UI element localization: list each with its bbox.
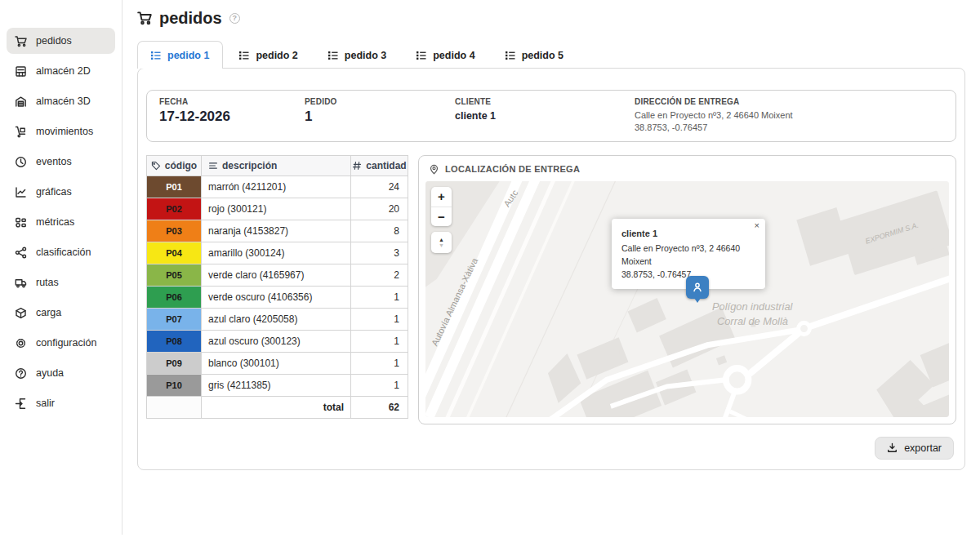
- dolly-icon: [15, 126, 27, 138]
- zoom-in-button[interactable]: +: [431, 187, 452, 207]
- package-icon: [15, 307, 27, 319]
- column-header: cantidad: [366, 160, 406, 171]
- sidebar-item-label: rutas: [36, 277, 59, 288]
- warehouse-3d-icon: [15, 96, 27, 108]
- basemap: Autovía Almansa-Xàtiva Autc Polígon indu…: [425, 181, 949, 417]
- products-table: código descripción cantidad P01marrón (4…: [146, 155, 408, 419]
- description-cell: azul claro (4205058): [202, 308, 351, 330]
- content-row: código descripción cantidad P01marrón (4…: [146, 155, 956, 424]
- map-viewport[interactable]: Autovía Almansa-Xàtiva Autc Polígon indu…: [425, 181, 949, 417]
- sidebar-item-label: eventos: [36, 156, 72, 167]
- tab-pedido-2[interactable]: pedido 2: [225, 41, 311, 69]
- cliente-value: cliente 1: [455, 110, 610, 122]
- table-row: P10gris (4211385)1: [147, 374, 408, 396]
- tilt-control-button[interactable]: ▲ ▼: [431, 232, 452, 253]
- share-icon: [15, 247, 27, 259]
- sidebar-item-label: configuración: [36, 337, 96, 349]
- export-label: exportar: [904, 442, 942, 454]
- sidebar-item-label: almacén 3D: [36, 96, 91, 107]
- sidebar-item-salir[interactable]: salir: [7, 390, 115, 416]
- table-row: P05verde claro (4165967)2: [147, 264, 408, 286]
- tilt-up-icon: ▲: [439, 237, 444, 242]
- total-label: total: [202, 396, 351, 418]
- cart-icon: [137, 11, 152, 25]
- total-value: 62: [351, 396, 408, 418]
- quantity-cell: 20: [351, 198, 408, 220]
- sidebar-item-label: pedidos: [36, 35, 72, 47]
- sidebar: pedidos almacén 2D almacén 3D movimiento…: [0, 0, 122, 535]
- tab-pedido-5[interactable]: pedido 5: [492, 41, 577, 69]
- delivery-marker[interactable]: [686, 276, 709, 299]
- code-badge: P03: [147, 220, 202, 242]
- description-cell: rojo (300121): [202, 198, 351, 220]
- code-badge: P09: [147, 352, 202, 374]
- download-icon: [887, 442, 898, 453]
- logout-icon: [15, 398, 27, 410]
- table-row: P08azul oscuro (300123)1: [147, 330, 408, 352]
- table-row: P03naranja (4153827)8: [147, 220, 408, 242]
- area-label-line1: Polígon industrial: [712, 300, 793, 313]
- code-badge: P05: [147, 264, 202, 286]
- popup-title: cliente 1: [621, 227, 755, 241]
- tab-pedido-3[interactable]: pedido 3: [314, 41, 400, 69]
- export-button[interactable]: exportar: [875, 437, 954, 460]
- sidebar-item-carga[interactable]: carga: [7, 300, 115, 326]
- list-icon: [239, 51, 249, 60]
- empty-cell: [147, 396, 202, 418]
- tab-label: pedido 4: [433, 50, 474, 61]
- description-cell: amarillo (300124): [202, 242, 351, 264]
- sidebar-item-label: salir: [36, 398, 55, 409]
- code-badge: P02: [147, 198, 202, 220]
- description-cell: marrón (4211201): [202, 176, 351, 198]
- code-badge: P07: [147, 308, 202, 330]
- sidebar-item-graficas[interactable]: gráficas: [7, 179, 115, 205]
- popup-close-icon[interactable]: ×: [755, 221, 760, 230]
- quantity-cell: 1: [351, 330, 408, 352]
- sidebar-item-pedidos[interactable]: pedidos: [7, 28, 115, 54]
- zoom-out-button[interactable]: −: [431, 207, 452, 226]
- page-help-icon[interactable]: ?: [229, 13, 240, 24]
- code-badge: P04: [147, 242, 202, 264]
- sidebar-item-label: carga: [36, 307, 61, 318]
- list-icon: [151, 51, 161, 60]
- quantity-cell: 1: [351, 286, 408, 308]
- sidebar-item-label: métricas: [36, 216, 74, 228]
- sidebar-item-almacen-3d[interactable]: almacén 3D: [7, 88, 115, 114]
- table-total-row: total62: [147, 396, 408, 418]
- order-pedido: PEDIDO 1: [292, 97, 443, 134]
- description-cell: blanco (300101): [202, 352, 351, 374]
- chart-icon: [15, 186, 27, 198]
- tab-bar: pedido 1 pedido 2 pedido 3 pedido 4 pedi…: [137, 41, 965, 68]
- map-title-row: LOCALIZACIÓN DE ENTREGA: [425, 162, 949, 181]
- map-card: LOCALIZACIÓN DE ENTREGA: [418, 155, 956, 424]
- truck-icon: [15, 277, 27, 289]
- code-badge: P08: [147, 330, 202, 352]
- sidebar-item-movimientos[interactable]: movimientos: [7, 118, 115, 144]
- tab-pedido-4[interactable]: pedido 4: [403, 41, 488, 69]
- tab-pedido-1[interactable]: pedido 1: [137, 41, 223, 69]
- quantity-cell: 2: [351, 264, 408, 286]
- main-content: pedidos ? pedido 1 pedido 2 pedido 3 ped…: [122, 0, 980, 551]
- gear-icon: [15, 337, 27, 349]
- sidebar-item-rutas[interactable]: rutas: [7, 269, 115, 295]
- pedido-value: 1: [305, 109, 430, 125]
- order-fecha: FECHA 17-12-2026: [147, 97, 292, 134]
- quantity-cell: 1: [351, 352, 408, 374]
- column-header: descripción: [222, 160, 277, 171]
- sidebar-item-ayuda[interactable]: ayuda: [7, 360, 115, 386]
- sidebar-item-eventos[interactable]: eventos: [7, 149, 115, 175]
- sidebar-item-configuracion[interactable]: configuración: [7, 330, 115, 356]
- person-icon: [692, 282, 703, 293]
- page-title: pedidos: [159, 9, 222, 28]
- sidebar-item-clasificacion[interactable]: clasificación: [7, 239, 115, 265]
- column-header: código: [165, 160, 197, 171]
- order-direccion: DIRECCIÓN DE ENTREGA Calle en Proyecto n…: [622, 97, 956, 134]
- quantity-cell: 8: [351, 220, 408, 242]
- description-cell: azul oscuro (300123): [202, 330, 351, 352]
- export-row: exportar: [146, 437, 956, 460]
- tab-label: pedido 1: [167, 50, 209, 61]
- sidebar-item-label: clasificación: [36, 247, 91, 258]
- sidebar-item-almacen-2d[interactable]: almacén 2D: [7, 58, 115, 84]
- hash-icon: [352, 161, 362, 171]
- sidebar-item-metricas[interactable]: métricas: [7, 209, 115, 235]
